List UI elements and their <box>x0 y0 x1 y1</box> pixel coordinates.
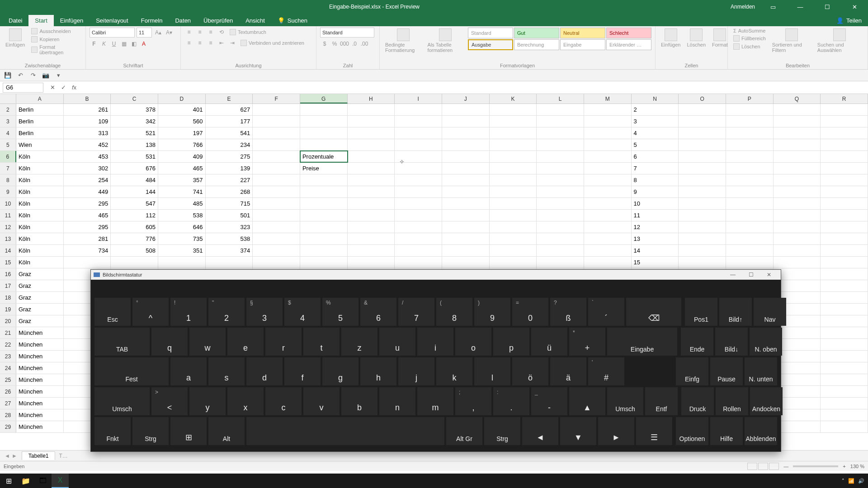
osk-key[interactable]: h <box>360 357 396 385</box>
osk-key[interactable]: §3 <box>246 298 283 326</box>
style-schlecht[interactable]: Schlecht <box>606 28 651 38</box>
cell[interactable] <box>774 257 821 268</box>
sheet-nav-next-icon[interactable]: ► <box>12 453 17 459</box>
osk-key[interactable]: *+ <box>569 328 605 356</box>
cell[interactable] <box>774 139 821 150</box>
osk-key[interactable]: _- <box>531 387 567 415</box>
cell[interactable] <box>821 127 868 139</box>
tray-volume-icon[interactable]: 🔊 <box>858 478 864 484</box>
osk-key[interactable]: w <box>189 328 226 356</box>
cell[interactable] <box>253 139 300 150</box>
cell[interactable] <box>584 186 632 197</box>
osk-key[interactable]: Entf <box>645 387 678 415</box>
osk-key[interactable]: Optionen <box>676 417 708 445</box>
cell[interactable] <box>679 245 726 256</box>
sort-filter-button[interactable]: Sortieren und Filtern <box>770 28 813 54</box>
cell[interactable] <box>821 268 868 280</box>
osk-close-button[interactable]: ✕ <box>760 272 778 278</box>
cell[interactable] <box>774 163 821 174</box>
cell[interactable] <box>584 210 632 221</box>
osk-key[interactable]: Einfg <box>676 357 708 385</box>
cell[interactable] <box>442 233 490 244</box>
cell[interactable]: 538 <box>158 210 206 221</box>
cell[interactable] <box>537 139 584 150</box>
cell[interactable] <box>206 257 253 268</box>
zoom-in-icon[interactable]: + <box>843 464 845 469</box>
osk-key[interactable]: Alt Gr <box>446 417 482 445</box>
cell[interactable] <box>584 174 632 186</box>
cell[interactable] <box>253 116 300 127</box>
cell[interactable]: 14 <box>632 245 679 256</box>
cell[interactable]: 197 <box>158 127 206 139</box>
style-ausgabe[interactable]: Ausgabe <box>468 39 513 50</box>
indent-dec-icon[interactable]: ⇤ <box>217 38 226 47</box>
osk-key[interactable]: Pause <box>710 357 743 385</box>
share-button[interactable]: 👤 Teilen <box>830 15 868 26</box>
cell[interactable]: Köln <box>16 151 64 162</box>
close-button[interactable]: ✕ <box>845 4 863 10</box>
signin-link[interactable]: Anmelden <box>731 4 755 10</box>
cell[interactable] <box>300 174 348 186</box>
cell[interactable] <box>442 186 490 197</box>
maximize-button[interactable]: ☐ <box>818 4 836 10</box>
cell[interactable]: München <box>16 386 64 397</box>
cell[interactable]: Köln <box>16 198 64 209</box>
osk-key[interactable]: k <box>436 357 472 385</box>
cell[interactable] <box>253 245 300 256</box>
cell[interactable]: 646 <box>158 221 206 233</box>
bold-button[interactable]: F <box>90 39 99 48</box>
column-header[interactable]: E <box>206 94 253 103</box>
as-table-button[interactable]: Als Tabelle formatieren <box>426 28 465 54</box>
osk-key[interactable]: Strg <box>132 417 169 445</box>
row-header[interactable]: 26 <box>0 386 16 397</box>
cell[interactable] <box>490 257 537 268</box>
cancel-formula-icon[interactable]: ✕ <box>47 84 58 91</box>
osk-key[interactable]: °^ <box>132 298 169 326</box>
orientation-icon[interactable]: ⟲ <box>217 28 226 37</box>
cell[interactable]: Köln <box>16 163 64 174</box>
tab-formeln[interactable]: Formeln <box>135 15 169 26</box>
osk-key[interactable]: )9 <box>474 298 510 326</box>
osk-key[interactable]: f <box>284 357 321 385</box>
osk-key[interactable]: Andocken <box>750 387 783 415</box>
row-header[interactable]: 12 <box>0 221 16 233</box>
cell[interactable] <box>348 186 395 197</box>
cell[interactable] <box>348 163 395 174</box>
cell[interactable] <box>774 151 821 162</box>
select-all-corner[interactable] <box>0 94 16 103</box>
cell[interactable]: 521 <box>111 127 158 139</box>
cell[interactable]: 9 <box>632 186 679 197</box>
cell[interactable] <box>490 151 537 162</box>
cell[interactable] <box>584 257 632 268</box>
cell[interactable]: 484 <box>111 174 158 186</box>
cell[interactable]: 465 <box>64 210 111 221</box>
cell[interactable] <box>679 163 726 174</box>
cell[interactable] <box>821 139 868 150</box>
italic-button[interactable]: K <box>99 39 108 48</box>
row-header[interactable]: 25 <box>0 374 16 385</box>
osk-key[interactable]: t <box>303 328 340 356</box>
cell[interactable] <box>395 174 442 186</box>
cell[interactable]: 7 <box>632 163 679 174</box>
row-header[interactable]: 9 <box>0 186 16 197</box>
tab-start[interactable]: Start <box>28 15 53 26</box>
cell[interactable] <box>679 221 726 233</box>
tab-ueberpruefen[interactable]: Überprüfen <box>197 15 239 26</box>
cell[interactable]: Berlin <box>16 116 64 127</box>
clear-button[interactable]: Löschen <box>731 43 768 50</box>
osk-key[interactable]: j <box>398 357 434 385</box>
cell[interactable] <box>490 233 537 244</box>
cell[interactable] <box>348 127 395 139</box>
row-header[interactable]: 19 <box>0 304 16 315</box>
cell[interactable] <box>537 210 584 221</box>
osk-key[interactable]: =0 <box>512 298 548 326</box>
row-header[interactable]: 6 <box>0 151 16 162</box>
cell[interactable] <box>348 174 395 186</box>
style-erklaerend[interactable]: Erklärender … <box>606 39 651 50</box>
cell[interactable]: Köln <box>16 174 64 186</box>
cell[interactable] <box>537 174 584 186</box>
sheet-nav-prev-icon[interactable]: ◄ <box>5 453 10 459</box>
column-header[interactable]: M <box>584 94 632 103</box>
row-header[interactable]: 7 <box>0 163 16 174</box>
cell[interactable] <box>442 116 490 127</box>
